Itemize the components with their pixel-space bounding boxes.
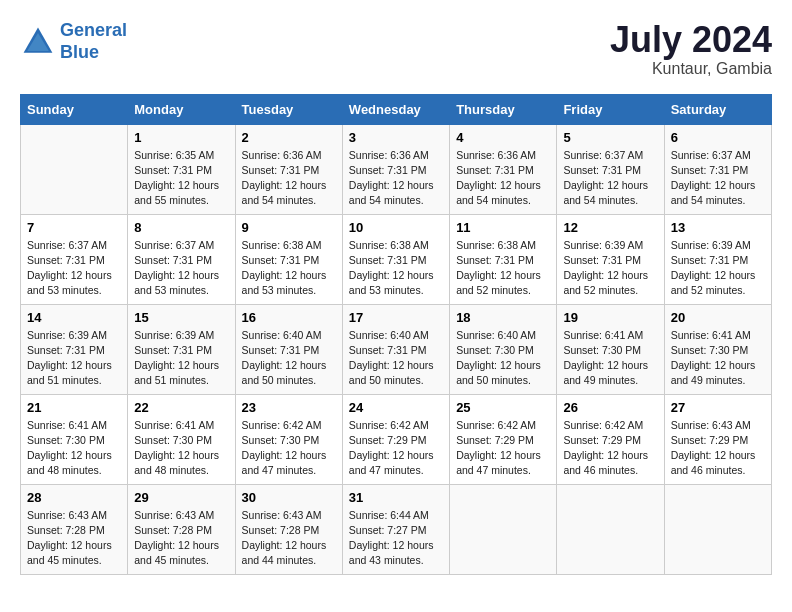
table-row: 6Sunrise: 6:37 AM Sunset: 7:31 PM Daylig… — [664, 124, 771, 214]
day-info: Sunrise: 6:41 AM Sunset: 7:30 PM Dayligh… — [563, 328, 657, 389]
day-info: Sunrise: 6:39 AM Sunset: 7:31 PM Dayligh… — [134, 328, 228, 389]
table-row: 15Sunrise: 6:39 AM Sunset: 7:31 PM Dayli… — [128, 304, 235, 394]
day-info: Sunrise: 6:43 AM Sunset: 7:28 PM Dayligh… — [134, 508, 228, 569]
calendar-week-row: 7Sunrise: 6:37 AM Sunset: 7:31 PM Daylig… — [21, 214, 772, 304]
header-sunday: Sunday — [21, 94, 128, 124]
day-number: 18 — [456, 310, 550, 325]
logo-text: General Blue — [60, 20, 127, 63]
day-info: Sunrise: 6:38 AM Sunset: 7:31 PM Dayligh… — [242, 238, 336, 299]
day-info: Sunrise: 6:42 AM Sunset: 7:29 PM Dayligh… — [563, 418, 657, 479]
day-number: 6 — [671, 130, 765, 145]
day-info: Sunrise: 6:39 AM Sunset: 7:31 PM Dayligh… — [671, 238, 765, 299]
table-row: 8Sunrise: 6:37 AM Sunset: 7:31 PM Daylig… — [128, 214, 235, 304]
table-row: 25Sunrise: 6:42 AM Sunset: 7:29 PM Dayli… — [450, 394, 557, 484]
day-number: 30 — [242, 490, 336, 505]
table-row: 29Sunrise: 6:43 AM Sunset: 7:28 PM Dayli… — [128, 484, 235, 574]
day-info: Sunrise: 6:41 AM Sunset: 7:30 PM Dayligh… — [134, 418, 228, 479]
day-info: Sunrise: 6:42 AM Sunset: 7:30 PM Dayligh… — [242, 418, 336, 479]
day-number: 29 — [134, 490, 228, 505]
day-info: Sunrise: 6:37 AM Sunset: 7:31 PM Dayligh… — [563, 148, 657, 209]
day-info: Sunrise: 6:36 AM Sunset: 7:31 PM Dayligh… — [349, 148, 443, 209]
table-row: 28Sunrise: 6:43 AM Sunset: 7:28 PM Dayli… — [21, 484, 128, 574]
day-number: 25 — [456, 400, 550, 415]
calendar-week-row: 14Sunrise: 6:39 AM Sunset: 7:31 PM Dayli… — [21, 304, 772, 394]
day-info: Sunrise: 6:40 AM Sunset: 7:31 PM Dayligh… — [242, 328, 336, 389]
day-number: 14 — [27, 310, 121, 325]
title-block: July 2024 Kuntaur, Gambia — [610, 20, 772, 78]
table-row: 13Sunrise: 6:39 AM Sunset: 7:31 PM Dayli… — [664, 214, 771, 304]
day-info: Sunrise: 6:43 AM Sunset: 7:28 PM Dayligh… — [242, 508, 336, 569]
day-number: 19 — [563, 310, 657, 325]
day-number: 5 — [563, 130, 657, 145]
day-number: 26 — [563, 400, 657, 415]
logo-icon — [20, 24, 56, 60]
table-row — [664, 484, 771, 574]
table-row: 21Sunrise: 6:41 AM Sunset: 7:30 PM Dayli… — [21, 394, 128, 484]
day-number: 17 — [349, 310, 443, 325]
day-number: 15 — [134, 310, 228, 325]
calendar-table: Sunday Monday Tuesday Wednesday Thursday… — [20, 94, 772, 575]
day-info: Sunrise: 6:41 AM Sunset: 7:30 PM Dayligh… — [27, 418, 121, 479]
day-number: 21 — [27, 400, 121, 415]
day-info: Sunrise: 6:37 AM Sunset: 7:31 PM Dayligh… — [27, 238, 121, 299]
day-info: Sunrise: 6:36 AM Sunset: 7:31 PM Dayligh… — [242, 148, 336, 209]
day-number: 27 — [671, 400, 765, 415]
calendar-header-row: Sunday Monday Tuesday Wednesday Thursday… — [21, 94, 772, 124]
day-info: Sunrise: 6:39 AM Sunset: 7:31 PM Dayligh… — [27, 328, 121, 389]
table-row — [450, 484, 557, 574]
day-number: 7 — [27, 220, 121, 235]
day-number: 12 — [563, 220, 657, 235]
day-number: 3 — [349, 130, 443, 145]
day-info: Sunrise: 6:41 AM Sunset: 7:30 PM Dayligh… — [671, 328, 765, 389]
day-number: 9 — [242, 220, 336, 235]
day-info: Sunrise: 6:38 AM Sunset: 7:31 PM Dayligh… — [349, 238, 443, 299]
table-row: 9Sunrise: 6:38 AM Sunset: 7:31 PM Daylig… — [235, 214, 342, 304]
table-row: 14Sunrise: 6:39 AM Sunset: 7:31 PM Dayli… — [21, 304, 128, 394]
table-row: 5Sunrise: 6:37 AM Sunset: 7:31 PM Daylig… — [557, 124, 664, 214]
table-row: 2Sunrise: 6:36 AM Sunset: 7:31 PM Daylig… — [235, 124, 342, 214]
table-row: 16Sunrise: 6:40 AM Sunset: 7:31 PM Dayli… — [235, 304, 342, 394]
table-row: 22Sunrise: 6:41 AM Sunset: 7:30 PM Dayli… — [128, 394, 235, 484]
table-row: 4Sunrise: 6:36 AM Sunset: 7:31 PM Daylig… — [450, 124, 557, 214]
table-row: 19Sunrise: 6:41 AM Sunset: 7:30 PM Dayli… — [557, 304, 664, 394]
day-info: Sunrise: 6:37 AM Sunset: 7:31 PM Dayligh… — [671, 148, 765, 209]
table-row: 18Sunrise: 6:40 AM Sunset: 7:30 PM Dayli… — [450, 304, 557, 394]
day-number: 8 — [134, 220, 228, 235]
table-row: 27Sunrise: 6:43 AM Sunset: 7:29 PM Dayli… — [664, 394, 771, 484]
day-number: 31 — [349, 490, 443, 505]
table-row: 24Sunrise: 6:42 AM Sunset: 7:29 PM Dayli… — [342, 394, 449, 484]
calendar-week-row: 28Sunrise: 6:43 AM Sunset: 7:28 PM Dayli… — [21, 484, 772, 574]
location-title: Kuntaur, Gambia — [610, 60, 772, 78]
day-number: 20 — [671, 310, 765, 325]
day-number: 2 — [242, 130, 336, 145]
day-info: Sunrise: 6:42 AM Sunset: 7:29 PM Dayligh… — [349, 418, 443, 479]
day-number: 4 — [456, 130, 550, 145]
table-row: 31Sunrise: 6:44 AM Sunset: 7:27 PM Dayli… — [342, 484, 449, 574]
day-info: Sunrise: 6:35 AM Sunset: 7:31 PM Dayligh… — [134, 148, 228, 209]
logo-line1: General — [60, 20, 127, 40]
header-tuesday: Tuesday — [235, 94, 342, 124]
header-thursday: Thursday — [450, 94, 557, 124]
day-info: Sunrise: 6:43 AM Sunset: 7:29 PM Dayligh… — [671, 418, 765, 479]
table-row: 3Sunrise: 6:36 AM Sunset: 7:31 PM Daylig… — [342, 124, 449, 214]
table-row: 30Sunrise: 6:43 AM Sunset: 7:28 PM Dayli… — [235, 484, 342, 574]
table-row — [21, 124, 128, 214]
table-row: 1Sunrise: 6:35 AM Sunset: 7:31 PM Daylig… — [128, 124, 235, 214]
day-number: 11 — [456, 220, 550, 235]
month-title: July 2024 — [610, 20, 772, 60]
day-number: 22 — [134, 400, 228, 415]
day-number: 10 — [349, 220, 443, 235]
calendar-week-row: 21Sunrise: 6:41 AM Sunset: 7:30 PM Dayli… — [21, 394, 772, 484]
day-number: 28 — [27, 490, 121, 505]
day-info: Sunrise: 6:43 AM Sunset: 7:28 PM Dayligh… — [27, 508, 121, 569]
table-row — [557, 484, 664, 574]
table-row: 17Sunrise: 6:40 AM Sunset: 7:31 PM Dayli… — [342, 304, 449, 394]
day-number: 16 — [242, 310, 336, 325]
day-info: Sunrise: 6:40 AM Sunset: 7:31 PM Dayligh… — [349, 328, 443, 389]
page-header: General Blue July 2024 Kuntaur, Gambia — [20, 20, 772, 78]
day-info: Sunrise: 6:40 AM Sunset: 7:30 PM Dayligh… — [456, 328, 550, 389]
day-number: 24 — [349, 400, 443, 415]
table-row: 11Sunrise: 6:38 AM Sunset: 7:31 PM Dayli… — [450, 214, 557, 304]
logo: General Blue — [20, 20, 127, 63]
table-row: 20Sunrise: 6:41 AM Sunset: 7:30 PM Dayli… — [664, 304, 771, 394]
